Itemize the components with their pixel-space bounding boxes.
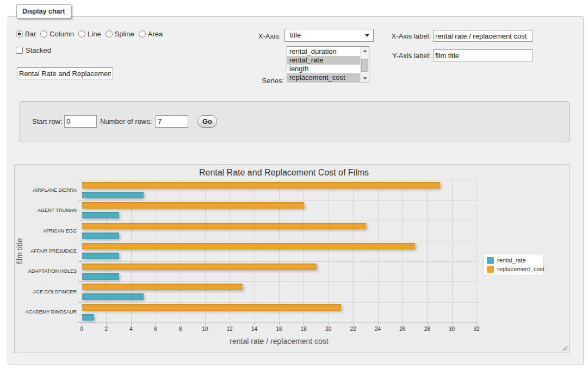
gridline-vertical	[181, 180, 181, 322]
chart-legend: rental_ratereplacement_cost	[484, 254, 543, 275]
chart-type-option-line[interactable]: Line	[78, 30, 101, 38]
scroll-up-icon	[363, 49, 367, 52]
series-list-label: Series:	[236, 77, 284, 85]
radio-label: Column	[49, 30, 74, 38]
gridline-horizontal	[82, 302, 476, 303]
x-tick-label: 24	[375, 326, 381, 332]
y-tick-mark	[78, 180, 82, 180]
scrollbar-up-button[interactable]	[361, 47, 369, 55]
series-option-length[interactable]: length	[287, 65, 360, 73]
bar-rental_rate	[82, 253, 119, 259]
x-tick-label: 22	[350, 326, 356, 332]
gridline-vertical	[403, 180, 403, 322]
bar-replacement_cost	[82, 264, 317, 270]
bar-replacement_cost	[82, 243, 415, 249]
y-axis-label-input[interactable]	[433, 49, 533, 61]
y-tick-mark	[78, 241, 82, 241]
go-button[interactable]: Go	[197, 115, 217, 128]
gridline-vertical	[82, 180, 82, 322]
radio-bar[interactable]	[16, 30, 23, 37]
resize-handle-icon[interactable]	[561, 344, 567, 350]
x-tick-label: 8	[179, 326, 182, 332]
number-of-rows-input[interactable]	[156, 115, 188, 128]
gridline-vertical	[230, 180, 230, 322]
radio-column[interactable]	[40, 30, 47, 37]
category-label: AFRICAN EGG	[15, 228, 77, 234]
legend-swatch	[487, 266, 494, 273]
gridline-vertical	[156, 180, 156, 322]
gridline-vertical	[427, 180, 428, 322]
gridline-horizontal	[82, 261, 476, 262]
bar-rental_rate	[82, 192, 144, 198]
gridline-vertical	[353, 180, 354, 322]
bar-rental_rate	[82, 293, 144, 300]
x-axis-title: rental rate / replacement cost	[82, 337, 476, 346]
x-axis-label-input[interactable]	[433, 30, 533, 42]
y-tick-mark	[78, 322, 82, 323]
gridline-vertical	[106, 180, 107, 322]
bar-replacement_cost	[82, 223, 366, 229]
scrollbar-thumb[interactable]	[361, 59, 368, 72]
gridline-horizontal	[82, 180, 476, 180]
x-tick-label: 10	[202, 326, 208, 332]
gridline-horizontal	[82, 322, 476, 323]
listbox-scrollbar[interactable]	[360, 47, 369, 83]
fieldset-legend: Display chart	[16, 4, 71, 18]
plot-area	[82, 180, 476, 322]
x-tick-mark	[476, 322, 477, 325]
radio-spline[interactable]	[106, 30, 113, 37]
stacked-checkbox[interactable]	[16, 47, 23, 54]
category-label: AIRPLANE SIERRA	[15, 187, 77, 193]
scroll-down-icon	[363, 77, 367, 80]
gridline-vertical	[131, 180, 132, 322]
chart-container: Rental Rate and Replacement Cost of Film…	[14, 164, 570, 353]
start-row-input[interactable]	[64, 115, 97, 128]
gridline-vertical	[205, 180, 206, 322]
chart-type-options: BarColumnLineSplineArea	[16, 30, 167, 38]
radio-label: Spline	[115, 30, 134, 38]
radio-line[interactable]	[78, 30, 85, 37]
chart-title-input[interactable]	[17, 67, 113, 79]
radio-label: Bar	[25, 30, 36, 38]
chart-type-option-column[interactable]: Column	[40, 30, 74, 38]
gridline-vertical	[304, 180, 304, 322]
x-tick-label: 26	[399, 326, 405, 332]
chart-type-option-area[interactable]: Area	[139, 30, 163, 38]
scrollbar-down-button[interactable]	[361, 74, 369, 83]
legend-label: replacement_cost	[497, 266, 544, 272]
stacked-label: Stacked	[26, 46, 51, 54]
series-option-rental_rate[interactable]: rental_rate	[287, 56, 360, 65]
x-tick-label: 28	[424, 326, 430, 332]
chart-type-option-spline[interactable]: Spline	[106, 30, 134, 38]
legend-item-replacement_cost[interactable]: replacement_cost	[487, 265, 541, 273]
gridline-horizontal	[82, 241, 476, 241]
x-axis-select[interactable]: title	[284, 29, 374, 42]
chart-title: Rental Rate and Replacement Cost of Film…	[15, 168, 553, 178]
radio-label: Line	[88, 30, 101, 38]
series-option-rental_duration[interactable]: rental_duration	[287, 47, 360, 56]
bar-rental_rate	[82, 233, 119, 239]
x-tick-label: 32	[473, 326, 479, 332]
category-label: AFFAIR PREJUDICE	[15, 248, 77, 254]
gridline-horizontal	[82, 221, 476, 221]
gridline-vertical	[476, 180, 477, 322]
series-listbox[interactable]: rental_durationrental_ratelengthreplacem…	[287, 46, 369, 83]
bar-replacement_cost	[82, 284, 243, 290]
bar-replacement_cost	[82, 202, 304, 209]
bar-rental_rate	[82, 314, 94, 321]
gridline-vertical	[378, 180, 379, 322]
chart-type-option-bar[interactable]: Bar	[16, 30, 36, 38]
start-row-label: Start row:	[32, 117, 63, 126]
x-tick-label: 16	[276, 326, 282, 332]
bar-replacement_cost	[82, 182, 440, 189]
series-option-replacement_cost[interactable]: replacement_cost	[287, 73, 360, 82]
gridline-horizontal	[82, 200, 476, 200]
radio-area[interactable]	[139, 30, 146, 37]
select-arrow-icon	[365, 34, 369, 37]
legend-item-rental_rate[interactable]: rental_rate	[487, 256, 541, 265]
gridline-horizontal	[82, 281, 476, 282]
x-axis-select-label: X-Axis:	[233, 32, 281, 40]
x-tick-label: 18	[301, 326, 307, 332]
x-axis-label-label: X-Axis label:	[383, 32, 431, 40]
stacked-option[interactable]: Stacked	[16, 46, 51, 54]
